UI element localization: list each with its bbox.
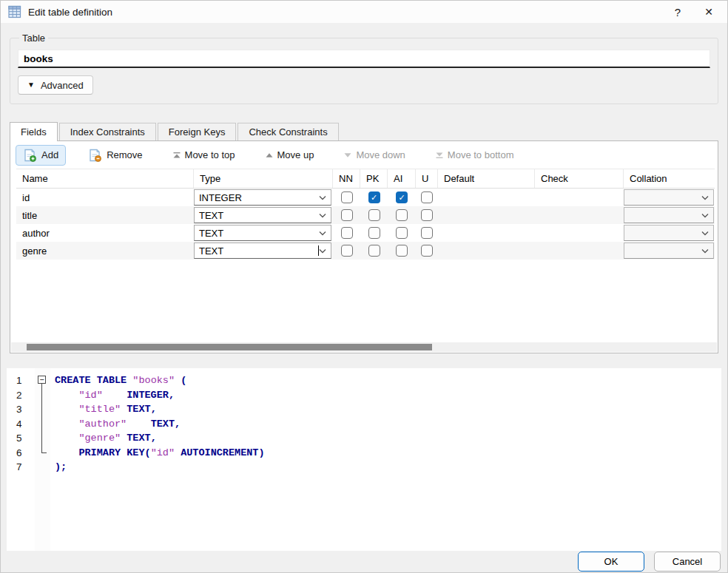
u-checkbox[interactable]	[421, 227, 433, 239]
column-header-check[interactable]: Check	[535, 169, 624, 188]
advanced-label: Advanced	[41, 80, 84, 91]
field-name-cell[interactable]: id	[16, 192, 194, 203]
line-number: 3	[16, 402, 35, 417]
move-up-button[interactable]: Move up	[257, 145, 322, 166]
type-combobox[interactable]: INTEGER	[194, 189, 331, 206]
sql-line: "title" TEXT,	[55, 402, 721, 417]
line-number-gutter: 1234567	[7, 368, 35, 551]
fields-table-header: Name Type NN PK AI U Default Check Colla…	[16, 169, 715, 189]
dialog-buttonbar: OK Cancel	[1, 551, 727, 572]
fields-table: Name Type NN PK AI U Default Check Colla…	[16, 169, 715, 260]
pk-checkbox[interactable]	[368, 245, 380, 257]
tabbar: Fields Index Constraints Foreign Keys Ch…	[10, 122, 718, 140]
fields-panel: Add Remove Move to top	[10, 140, 718, 353]
pk-checkbox[interactable]	[368, 227, 380, 239]
table-name-input[interactable]	[18, 50, 710, 68]
type-combobox[interactable]: TEXT	[194, 243, 331, 259]
horizontal-scrollbar[interactable]	[11, 342, 717, 352]
add-row-icon	[23, 149, 38, 162]
titlebar[interactable]: Edit table definition ? ✕	[1, 1, 727, 23]
remove-row-icon	[88, 149, 103, 162]
chevron-down-icon	[319, 213, 326, 218]
ok-button[interactable]: OK	[578, 552, 644, 572]
column-header-type[interactable]: Type	[194, 169, 333, 188]
move-down-button[interactable]: Move down	[336, 145, 412, 166]
nn-checkbox[interactable]	[341, 191, 353, 203]
column-header-pk[interactable]: PK	[360, 169, 388, 188]
table-icon	[8, 5, 21, 18]
tab-foreign-keys[interactable]: Foreign Keys	[158, 123, 237, 140]
column-header-collation[interactable]: Collation	[624, 169, 715, 188]
sql-editor[interactable]: 1234567 − CREATE TABLE "books" ( "id" IN…	[7, 368, 721, 551]
table-row[interactable]: authorTEXT	[16, 224, 715, 242]
column-header-name[interactable]: Name	[16, 169, 194, 188]
line-number: 4	[16, 417, 35, 432]
move-to-bottom-button[interactable]: Move to bottom	[428, 145, 522, 166]
table-row[interactable]: genreTEXT	[16, 242, 715, 260]
chevron-down-icon	[319, 231, 326, 236]
type-combobox[interactable]: TEXT	[194, 207, 331, 223]
ai-checkbox[interactable]: ✓	[396, 191, 408, 203]
u-checkbox[interactable]	[421, 209, 433, 221]
ai-checkbox[interactable]	[396, 209, 408, 221]
sql-line: "id" INTEGER,	[55, 388, 721, 403]
fields-empty-area	[10, 260, 718, 342]
sql-code: CREATE TABLE "books" ( "id" INTEGER, "ti…	[50, 368, 721, 551]
line-number: 7	[16, 460, 35, 475]
remove-field-button[interactable]: Remove	[81, 145, 149, 166]
close-button[interactable]: ✕	[693, 1, 724, 23]
collation-combobox[interactable]	[624, 189, 714, 206]
chevron-down-icon	[701, 248, 709, 254]
fold-collapse-icon[interactable]: −	[38, 376, 46, 384]
column-header-nn[interactable]: NN	[333, 169, 360, 188]
collation-combobox[interactable]	[624, 207, 714, 223]
move-down-label: Move down	[356, 149, 405, 160]
add-label: Add	[41, 149, 58, 160]
chevron-down-icon	[701, 213, 709, 218]
sql-line: PRIMARY KEY("id" AUTOINCREMENT)	[55, 446, 721, 461]
type-value: TEXT	[199, 210, 319, 221]
add-field-button[interactable]: Add	[16, 145, 66, 166]
chevron-down-icon	[319, 195, 326, 200]
cancel-button[interactable]: Cancel	[654, 552, 721, 572]
u-checkbox[interactable]	[421, 191, 433, 203]
sql-line: "author" TEXT,	[55, 417, 721, 432]
ai-checkbox[interactable]	[396, 227, 408, 239]
pk-checkbox[interactable]: ✓	[368, 191, 380, 203]
table-row[interactable]: titleTEXT	[16, 206, 715, 224]
collation-combobox[interactable]	[624, 225, 714, 241]
tab-index-constraints[interactable]: Index Constraints	[59, 123, 156, 140]
line-number: 5	[16, 431, 35, 446]
move-to-top-button[interactable]: Move to top	[165, 145, 243, 166]
pk-checkbox[interactable]	[368, 209, 380, 221]
nn-checkbox[interactable]	[341, 227, 353, 239]
nn-checkbox[interactable]	[341, 245, 353, 257]
sql-line: "genre" TEXT,	[55, 431, 721, 446]
nn-checkbox[interactable]	[341, 209, 353, 221]
sql-line: );	[55, 460, 721, 475]
type-value: INTEGER	[199, 192, 319, 203]
tab-check-constraints[interactable]: Check Constraints	[237, 123, 338, 140]
chevron-down-icon	[319, 248, 326, 254]
column-header-ai[interactable]: AI	[388, 169, 416, 188]
advanced-button[interactable]: ▼ Advanced	[18, 75, 93, 95]
type-combobox[interactable]: TEXT	[194, 225, 331, 241]
collation-combobox[interactable]	[624, 243, 714, 259]
u-checkbox[interactable]	[421, 245, 433, 257]
field-name-cell[interactable]: genre	[16, 245, 194, 257]
move-up-label: Move up	[277, 149, 314, 160]
scrollbar-thumb[interactable]	[27, 344, 432, 350]
move-down-icon	[343, 151, 352, 160]
column-header-default[interactable]: Default	[438, 169, 535, 188]
table-row[interactable]: idINTEGER✓✓	[16, 189, 715, 206]
ai-checkbox[interactable]	[396, 245, 408, 257]
help-button[interactable]: ?	[662, 1, 693, 23]
tab-fields[interactable]: Fields	[10, 122, 58, 141]
table-group-label: Table	[19, 33, 48, 44]
sql-line: CREATE TABLE "books" (	[55, 373, 721, 388]
column-header-u[interactable]: U	[416, 169, 438, 188]
field-name-cell[interactable]: title	[16, 210, 194, 221]
field-name-cell[interactable]: author	[16, 228, 194, 239]
type-value: TEXT	[199, 245, 317, 257]
fold-guide-line	[41, 384, 42, 452]
